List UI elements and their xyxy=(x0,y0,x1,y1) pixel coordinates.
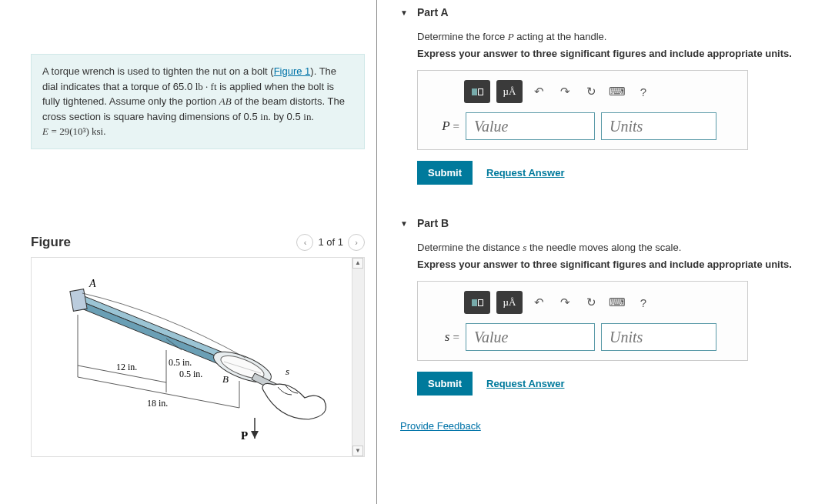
part-b-variable: s = xyxy=(429,329,459,345)
label-B: B xyxy=(222,373,229,385)
provide-feedback-link[interactable]: Provide Feedback xyxy=(400,420,481,432)
redo-icon[interactable]: ↷ xyxy=(555,292,575,312)
part-a-instructions: Express your answer to three significant… xyxy=(417,48,810,59)
label-s: s xyxy=(286,365,289,377)
part-b-toolbar: µÅ ↶ ↷ ↻ ⌨ ? xyxy=(429,291,736,314)
figure-section: Figure ‹ 1 of 1 › A xyxy=(31,234,365,457)
part-b-instructions: Express your answer to three significant… xyxy=(417,259,810,270)
dim-18: 18 in. xyxy=(147,398,168,409)
scroll-up-button[interactable]: ▲ xyxy=(352,258,363,269)
figure-image: A B s xyxy=(32,258,364,452)
units-button[interactable]: µÅ xyxy=(496,291,523,314)
figure-body: A B s xyxy=(31,257,365,457)
template-button[interactable] xyxy=(464,80,490,103)
undo-icon[interactable]: ↶ xyxy=(529,82,549,102)
reset-icon[interactable]: ↻ xyxy=(581,292,601,312)
units-button[interactable]: µÅ xyxy=(496,80,523,103)
part-a-units-input[interactable] xyxy=(601,112,716,140)
template-button[interactable] xyxy=(464,291,490,314)
dim-12: 12 in. xyxy=(116,362,137,372)
keyboard-icon[interactable]: ⌨ xyxy=(607,292,627,312)
part-b-value-input[interactable] xyxy=(466,323,595,351)
part-b-answer-box: µÅ ↶ ↷ ↻ ⌨ ? s = xyxy=(417,281,748,361)
problem-statement: A torque wrench is used to tighten the n… xyxy=(31,54,365,149)
part-b-submit-button[interactable]: Submit xyxy=(417,372,473,396)
part-a-value-input[interactable] xyxy=(466,112,595,140)
undo-icon[interactable]: ↶ xyxy=(529,292,549,312)
part-a-toolbar: µÅ ↶ ↷ ↻ ⌨ ? xyxy=(429,80,736,103)
label-A: A xyxy=(89,278,96,289)
part-a-submit-button[interactable]: Submit xyxy=(417,161,473,185)
part-b-request-answer[interactable]: Request Answer xyxy=(486,378,564,389)
modulus-text: E xyxy=(42,125,48,137)
part-a-prompt: Determine the force P acting at the hand… xyxy=(417,31,810,43)
dim-05b: 0.5 in. xyxy=(179,369,202,379)
keyboard-icon[interactable]: ⌨ xyxy=(607,82,627,102)
redo-icon[interactable]: ↷ xyxy=(555,82,575,102)
figure-next-button[interactable]: › xyxy=(348,234,365,251)
part-a-content: Determine the force P acting at the hand… xyxy=(400,31,810,195)
part-a-title: Part A xyxy=(417,6,449,18)
svg-marker-12 xyxy=(251,431,259,439)
reset-icon[interactable]: ↻ xyxy=(581,82,601,102)
figure-link[interactable]: Figure 1 xyxy=(274,65,311,77)
part-a-answer-box: µÅ ↶ ↷ ↻ ⌨ ? P = xyxy=(417,70,748,150)
label-P: P xyxy=(241,429,248,442)
chevron-down-icon: ▼ xyxy=(400,219,408,228)
part-b-header[interactable]: ▼ Part B xyxy=(400,211,810,235)
part-b-title: Part B xyxy=(417,217,449,229)
part-b-prompt: Determine the distance s the needle move… xyxy=(417,242,810,254)
help-icon[interactable]: ? xyxy=(633,292,653,312)
part-b-content: Determine the distance s the needle move… xyxy=(400,242,810,406)
figure-scrollbar[interactable]: ▲ ▼ xyxy=(352,258,364,456)
left-panel: A torque wrench is used to tighten the n… xyxy=(0,0,377,504)
help-icon[interactable]: ? xyxy=(633,82,653,102)
scroll-down-button[interactable]: ▼ xyxy=(352,446,363,456)
part-a-variable: P = xyxy=(429,118,459,134)
part-b-units-input[interactable] xyxy=(601,323,716,351)
figure-title: Figure xyxy=(31,235,71,250)
figure-count: 1 of 1 xyxy=(318,236,343,248)
part-a-header[interactable]: ▼ Part A xyxy=(400,0,810,25)
problem-text-before: A torque wrench is used to tighten the n… xyxy=(42,65,274,77)
svg-rect-0 xyxy=(70,289,87,311)
figure-prev-button[interactable]: ‹ xyxy=(296,234,313,251)
right-panel: ▼ Part A Determine the force P acting at… xyxy=(377,0,825,504)
dim-05a: 0.5 in. xyxy=(169,357,192,368)
chevron-down-icon: ▼ xyxy=(400,8,408,17)
part-a-request-answer[interactable]: Request Answer xyxy=(486,167,564,179)
figure-nav: ‹ 1 of 1 › xyxy=(296,234,365,251)
